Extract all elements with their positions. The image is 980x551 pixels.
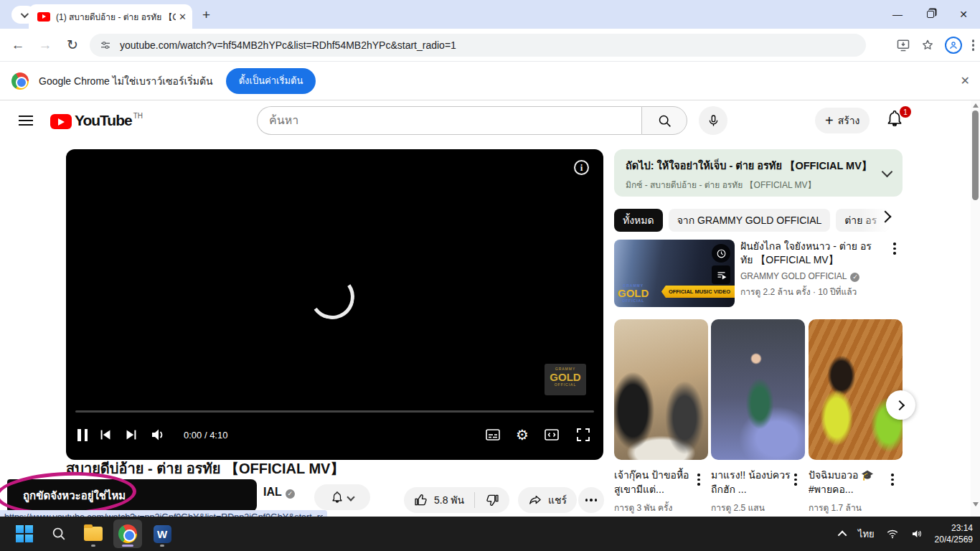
settings-gear-icon[interactable]: ⚙	[516, 426, 529, 443]
official-mv-ribbon: OFFICIAL MUSIC VIDEO	[661, 286, 735, 298]
create-button[interactable]: + สร้าง	[815, 108, 870, 133]
volume-icon[interactable]	[149, 426, 166, 443]
youtube-favicon-icon	[37, 12, 50, 22]
url-text[interactable]: youtube.com/watch?v=hf54MB2hYPc&list=RDh…	[120, 39, 456, 51]
like-count: 5.8 พัน	[434, 492, 464, 508]
short-thumbnail-2[interactable]	[711, 319, 805, 460]
queue-icon	[716, 270, 727, 281]
create-label: สร้าง	[838, 113, 860, 128]
notifications-button[interactable]: 1	[885, 109, 907, 131]
screen: (1) สบายดีบ่อ้าย - ต่าย อรทัย 【OFFI ✕ + …	[0, 0, 980, 551]
short-menu-icon[interactable]	[891, 474, 894, 486]
word-taskbar-button[interactable]: W	[148, 519, 176, 548]
banner-close-icon[interactable]: ✕	[961, 74, 970, 88]
more-actions-button[interactable]	[578, 487, 604, 513]
progress-bar[interactable]	[75, 410, 594, 413]
status-bar: https://www.youtube.com/watch?v=pp2iGnf0…	[0, 510, 327, 517]
info-icon[interactable]: i	[574, 160, 589, 175]
loading-spinner	[306, 271, 358, 323]
start-button[interactable]	[10, 519, 39, 548]
subtitles-icon[interactable]	[484, 426, 501, 443]
watch-later-button[interactable]	[712, 244, 730, 263]
shorts-scroll-next-button[interactable]	[886, 390, 915, 420]
youtube-page: YouTube TH + สร้าง 1 i	[0, 100, 980, 517]
word-icon: W	[154, 525, 171, 543]
like-button[interactable]: 5.8 พัน	[404, 492, 474, 508]
set-default-button[interactable]: ตั้งเป็นค่าเริ่มต้น	[226, 68, 316, 94]
scroll-up-arrow[interactable]	[973, 103, 979, 108]
bookmark-star-icon[interactable]	[920, 38, 935, 52]
clock[interactable]: 23:14 20/4/2569	[935, 522, 973, 545]
browser-tab[interactable]: (1) สบายดีบ่อ้าย - ต่าย อรทัย 【OFFI ✕	[29, 4, 192, 29]
volume-icon[interactable]	[910, 527, 923, 540]
language-indicator[interactable]: ไทย	[858, 527, 875, 542]
url-bar[interactable]: youtube.com/watch?v=hf54MB2hYPc&list=RDh…	[90, 34, 866, 57]
add-to-queue-button[interactable]	[712, 265, 730, 284]
search-box[interactable]	[257, 106, 641, 135]
subscribed-button[interactable]	[314, 484, 370, 510]
chevron-down-icon	[21, 9, 29, 17]
short-thumbnail-3[interactable]	[809, 319, 903, 460]
taskbar-search-button[interactable]	[44, 519, 73, 548]
short-menu-icon[interactable]	[794, 474, 797, 486]
suggestion-thumbnail[interactable]: GRAMMY GOLD OFFICIAL OFFICIAL MUSIC VIDE…	[614, 240, 735, 307]
site-settings-icon[interactable]	[100, 39, 111, 51]
up-next-panel[interactable]: ถัดไป: ให้ใจอย่าให้เจ็บ - ต่าย อรทัย 【OF…	[614, 149, 903, 197]
scrollbar-thumb[interactable]	[972, 110, 979, 200]
short-views: การดู 2.5 แสน	[711, 501, 791, 514]
close-button[interactable]: ✕	[947, 0, 980, 29]
page-scrollbar[interactable]	[971, 100, 980, 517]
channel-watermark[interactable]: GRAMMY GOLD OFFICIAL	[545, 364, 586, 395]
chrome-logo-icon	[11, 72, 29, 90]
voice-search-button[interactable]	[699, 106, 727, 135]
fullscreen-icon[interactable]	[575, 426, 592, 443]
install-icon[interactable]	[896, 38, 910, 52]
short-item-2[interactable]: มาแรง!! น้องบ่ควรถืกฮัก ... การดู 2.5 แส…	[711, 468, 791, 514]
windows-logo-icon	[16, 525, 33, 542]
suggestion-item[interactable]: ฝันยังไกล ใจยังหนาว - ต่าย อรทัย 【OFFICI…	[740, 240, 884, 298]
like-dislike-pill: 5.8 พัน	[404, 487, 509, 513]
restore-button[interactable]	[914, 0, 947, 29]
video-title: สบายดีบ่อ้าย - ต่าย อรทัย 【OFFICIAL MV】	[66, 457, 568, 480]
youtube-header: YouTube TH + สร้าง 1	[0, 100, 980, 141]
file-explorer-button[interactable]	[79, 519, 108, 548]
forward-button[interactable]: →	[32, 37, 59, 53]
video-player[interactable]: i GRAMMY GOLD OFFICIAL 0:00 / 4:10 ⚙	[66, 149, 603, 460]
suggestion-menu-icon[interactable]	[893, 242, 896, 255]
short-thumbnail-1[interactable]	[614, 319, 708, 460]
short-item-3[interactable]: ปัจฉิมบอวอ 🎓 #พายคอ... การดู 1.7 ล้าน	[809, 468, 889, 514]
wifi-icon[interactable]	[886, 527, 899, 540]
search-button[interactable]	[641, 106, 687, 135]
chip-all[interactable]: ทั้งหมด	[614, 209, 663, 232]
minimize-button[interactable]: —	[881, 0, 914, 29]
share-button[interactable]: แชร์	[518, 487, 577, 513]
banner-text: Google Chrome ไม่ใช่เบราว์เซอร์เริ่มต้น	[39, 73, 213, 89]
tab-close-icon[interactable]: ✕	[179, 11, 187, 22]
next-button[interactable]	[123, 427, 139, 443]
search-input[interactable]	[269, 114, 613, 127]
thumb-up-icon	[414, 493, 428, 507]
miniplayer-icon[interactable]	[543, 426, 560, 443]
short-item-1[interactable]: เจ้ากุ๊คน ป้าขอหื้อสูเขามีแต่... การดู 3…	[614, 468, 694, 514]
hamburger-menu-icon[interactable]	[19, 116, 33, 126]
back-button[interactable]: ←	[4, 37, 32, 53]
chip-artist[interactable]: ต่าย อร	[836, 209, 889, 232]
profile-avatar[interactable]	[945, 37, 962, 54]
short-menu-icon[interactable]	[697, 474, 700, 486]
logo-line3: OFFICIAL	[618, 298, 649, 303]
chevron-down-icon[interactable]	[882, 166, 893, 178]
browser-menu-icon[interactable]	[972, 39, 975, 51]
chip-from-channel[interactable]: จาก GRAMMY GOLD OFFICIAL	[669, 209, 831, 232]
hidden-icons-button[interactable]	[838, 530, 847, 540]
chrome-taskbar-button[interactable]	[113, 519, 142, 548]
new-tab-button[interactable]: +	[202, 7, 210, 23]
previous-button[interactable]	[98, 427, 113, 443]
date: 20/4/2569	[935, 534, 973, 545]
dislike-button[interactable]	[475, 493, 509, 507]
scroll-down-arrow[interactable]	[973, 502, 979, 507]
reload-button[interactable]: ↻	[59, 37, 86, 53]
suggestion-channel: GRAMMY GOLD OFFICIAL✓	[740, 271, 884, 282]
youtube-logo[interactable]: YouTube TH	[50, 112, 143, 129]
pause-button[interactable]	[77, 429, 88, 441]
channel-name-fragment[interactable]: IAL✓	[263, 486, 295, 499]
